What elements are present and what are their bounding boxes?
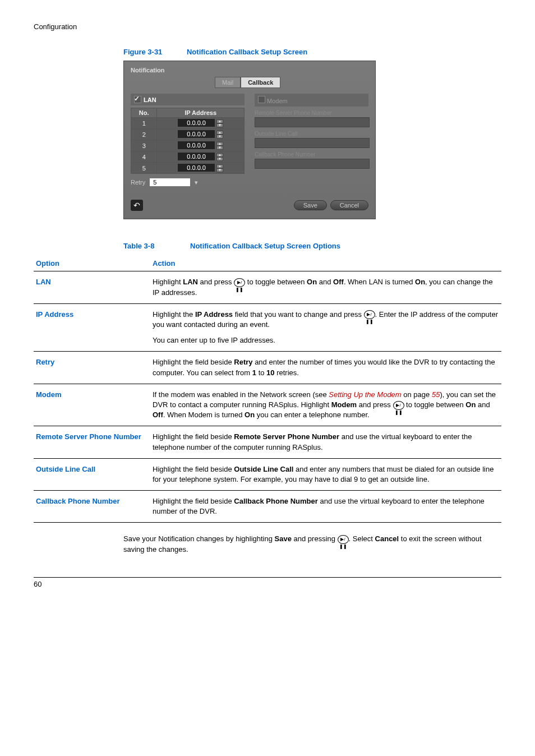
link-setting-up-modem[interactable]: Setting Up the Modem bbox=[329, 390, 401, 399]
row-no: 3 bbox=[131, 140, 157, 151]
action-remote-phone: Highlight the field beside Remote Server… bbox=[150, 426, 501, 458]
table-row: 2 0.0.0.0 ▲▼ bbox=[131, 129, 245, 140]
play-pause-icon: ▶/❚❚ bbox=[393, 401, 404, 410]
option-retry: Retry bbox=[34, 352, 150, 384]
spinner-icon[interactable]: ▲▼ bbox=[216, 153, 223, 161]
row-ip[interactable]: 0.0.0.0 ▲▼ bbox=[157, 140, 245, 151]
option-ip-address: IP Address bbox=[34, 303, 150, 352]
play-pause-icon: ▶/❚❚ bbox=[234, 278, 245, 287]
table-row: IP Address Highlight the IP Address fiel… bbox=[34, 303, 501, 352]
callback-phone-input[interactable] bbox=[255, 159, 370, 169]
retry-row: Retry 5 ▾ bbox=[131, 178, 245, 186]
option-callback-phone: Callback Phone Number bbox=[34, 491, 150, 523]
table-caption: Table 3-8 Notification Callback Setup Sc… bbox=[123, 242, 501, 250]
row-no: 5 bbox=[131, 163, 157, 174]
spinner-icon[interactable]: ▲▼ bbox=[216, 131, 223, 139]
page-footer: 60 bbox=[34, 577, 501, 588]
table-row: 3 0.0.0.0 ▲▼ bbox=[131, 140, 245, 151]
spinner-icon[interactable]: ▲▼ bbox=[216, 142, 223, 150]
table-row: LAN Highlight LAN and press ▶/❚❚ to togg… bbox=[34, 271, 501, 303]
table-row: 1 0.0.0.0 ▲▼ bbox=[131, 118, 245, 129]
lan-label: LAN bbox=[144, 96, 156, 103]
retry-input[interactable]: 5 bbox=[150, 178, 190, 186]
option-remote-phone: Remote Server Phone Number bbox=[34, 426, 150, 458]
back-icon[interactable]: ↶ bbox=[131, 200, 143, 211]
figure-caption: Figure 3-31 Notification Callback Setup … bbox=[123, 48, 501, 56]
play-pause-icon: ▶/❚❚ bbox=[338, 535, 349, 544]
row-no: 4 bbox=[131, 151, 157, 163]
col-ip: IP Address bbox=[157, 108, 245, 118]
spinner-icon[interactable]: ▲▼ bbox=[216, 164, 223, 172]
modem-checkbox-icon[interactable] bbox=[258, 96, 265, 103]
row-no: 2 bbox=[131, 129, 157, 140]
row-no: 1 bbox=[131, 118, 157, 129]
callback-phone-label: Callback Phone Number bbox=[255, 151, 368, 158]
tabs: Mail Callback bbox=[131, 77, 368, 88]
lan-checkbox-icon[interactable] bbox=[134, 96, 141, 103]
retry-label: Retry bbox=[131, 179, 145, 186]
cancel-button[interactable]: Cancel bbox=[330, 200, 368, 210]
page-number: 60 bbox=[34, 580, 41, 588]
row-ip[interactable]: 0.0.0.0 ▲▼ bbox=[157, 118, 245, 129]
table-row: 5 0.0.0.0 ▲▼ bbox=[131, 163, 245, 174]
modem-column: Modem Remote Server Phone Number Outside… bbox=[255, 94, 368, 186]
footer-paragraph: Save your Notification changes by highli… bbox=[123, 534, 501, 554]
action-retry: Highlight the field beside Retry and ent… bbox=[150, 352, 501, 384]
header-option: Option bbox=[34, 256, 150, 271]
notification-screenshot: Notification Mail Callback LAN No. IP Ad… bbox=[123, 61, 376, 219]
action-callback-phone: Highlight the field beside Callback Phon… bbox=[150, 491, 501, 523]
modem-header[interactable]: Modem bbox=[255, 94, 368, 107]
table-row: Retry Highlight the field beside Retry a… bbox=[34, 352, 501, 384]
action-modem: If the modem was enabled in the Network … bbox=[150, 384, 501, 426]
dialog-title: Notification bbox=[131, 67, 368, 73]
action-lan: Highlight LAN and press ▶/❚❚ to toggle b… bbox=[150, 271, 501, 303]
remote-phone-input[interactable] bbox=[255, 117, 370, 127]
table-label: Table 3-8 bbox=[123, 242, 154, 250]
ip-address-table: No. IP Address 1 0.0.0.0 ▲▼ 2 0.0.0.0 ▲▼… bbox=[131, 108, 245, 174]
table-row: Outside Line Call Highlight the field be… bbox=[34, 458, 501, 490]
modem-label: Modem bbox=[267, 98, 288, 104]
play-pause-icon: ▶/❚❚ bbox=[364, 310, 375, 319]
row-ip[interactable]: 0.0.0.0 ▲▼ bbox=[157, 151, 245, 163]
lan-header[interactable]: LAN bbox=[131, 94, 245, 105]
figure-title: Notification Callback Setup Screen bbox=[187, 48, 307, 56]
option-outside-line: Outside Line Call bbox=[34, 458, 150, 490]
table-row: 4 0.0.0.0 ▲▼ bbox=[131, 151, 245, 163]
row-ip[interactable]: 0.0.0.0 ▲▼ bbox=[157, 129, 245, 140]
dropdown-icon[interactable]: ▾ bbox=[195, 179, 198, 186]
outside-line-input[interactable] bbox=[255, 138, 370, 148]
options-table: Option Action LAN Highlight LAN and pres… bbox=[34, 256, 501, 523]
save-button[interactable]: Save bbox=[294, 200, 327, 210]
bottom-bar: ↶ Save Cancel bbox=[131, 196, 368, 211]
action-outside-line: Highlight the field beside Outside Line … bbox=[150, 458, 501, 490]
option-lan: LAN bbox=[34, 271, 150, 303]
col-no: No. bbox=[131, 108, 157, 118]
table-row: Remote Server Phone Number Highlight the… bbox=[34, 426, 501, 458]
lan-column: LAN No. IP Address 1 0.0.0.0 ▲▼ 2 0.0.0.… bbox=[131, 94, 245, 186]
tab-mail[interactable]: Mail bbox=[215, 77, 241, 88]
option-modem: Modem bbox=[34, 384, 150, 426]
link-page-55[interactable]: 55 bbox=[432, 390, 440, 399]
remote-phone-label: Remote Server Phone Number bbox=[255, 110, 368, 116]
figure-label: Figure 3-31 bbox=[123, 48, 162, 56]
table-row: Callback Phone Number Highlight the fiel… bbox=[34, 491, 501, 523]
table-row: Modem If the modem was enabled in the Ne… bbox=[34, 384, 501, 426]
spinner-icon[interactable]: ▲▼ bbox=[216, 119, 223, 127]
row-ip[interactable]: 0.0.0.0 ▲▼ bbox=[157, 163, 245, 174]
outside-line-label: Outside Line Call bbox=[255, 131, 368, 137]
action-ip-address: Highlight the IP Address field that you … bbox=[150, 303, 501, 352]
tab-callback[interactable]: Callback bbox=[241, 77, 280, 88]
table-title: Notification Callback Setup Screen Optio… bbox=[190, 242, 340, 250]
section-header: Configuration bbox=[34, 22, 501, 31]
header-action: Action bbox=[150, 256, 501, 271]
